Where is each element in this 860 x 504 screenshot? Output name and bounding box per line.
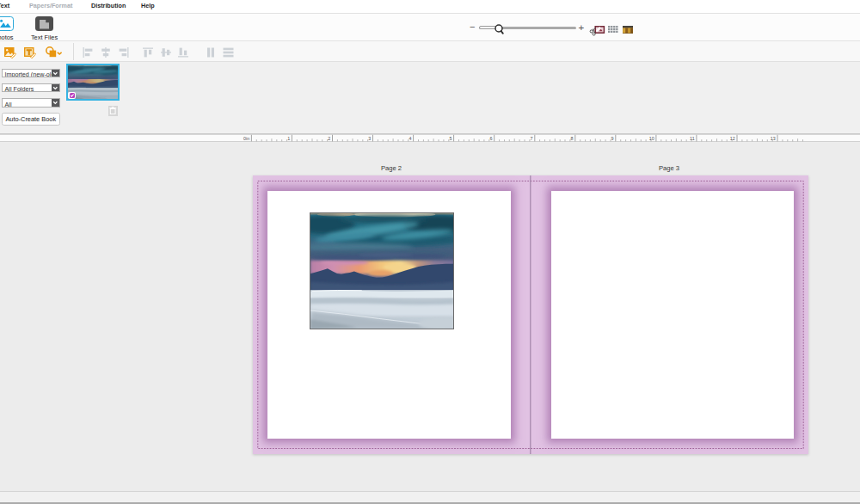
svg-text:2: 2 <box>328 136 330 141</box>
svg-text:1: 1 <box>287 136 290 141</box>
svg-text:5: 5 <box>449 136 452 141</box>
svg-text:7: 7 <box>531 136 533 141</box>
svg-text:13: 13 <box>771 136 776 141</box>
svg-text:0in: 0in <box>243 136 249 141</box>
svg-text:11: 11 <box>690 136 695 141</box>
svg-text:3: 3 <box>368 136 371 141</box>
svg-text:4: 4 <box>408 136 411 141</box>
svg-text:9: 9 <box>611 136 614 141</box>
svg-text:10: 10 <box>649 136 654 141</box>
svg-text:8: 8 <box>571 136 574 141</box>
svg-text:12: 12 <box>730 136 735 141</box>
svg-text:6: 6 <box>490 136 493 141</box>
